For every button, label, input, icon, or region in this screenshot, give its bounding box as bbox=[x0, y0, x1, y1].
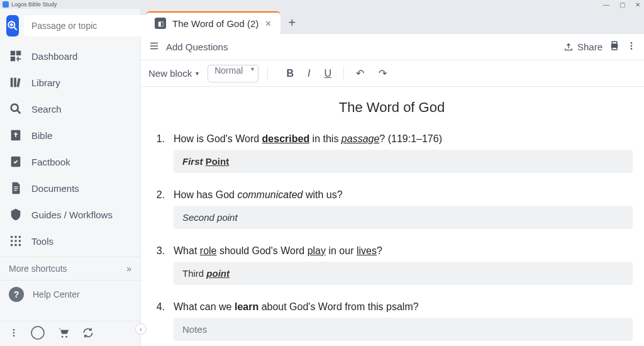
svg-rect-27 bbox=[612, 47, 617, 50]
help-icon: ? bbox=[9, 287, 24, 302]
chevrons-right-icon: » bbox=[126, 264, 131, 274]
style-select[interactable]: Normal bbox=[208, 65, 258, 82]
chevron-down-icon: ▾ bbox=[196, 70, 199, 77]
nav-label: Tools bbox=[31, 236, 53, 247]
italic-button[interactable]: I bbox=[302, 68, 316, 79]
question-text[interactable]: What role should God's Word play in our … bbox=[174, 245, 382, 257]
svg-rect-4 bbox=[11, 78, 13, 87]
sidebar-item-dashboard[interactable]: Dashboard bbox=[0, 43, 140, 69]
sidebar-item-search[interactable]: Search bbox=[0, 96, 140, 122]
sidebar-item-bible[interactable]: Bible bbox=[0, 122, 140, 148]
svg-point-17 bbox=[14, 244, 17, 247]
svg-point-18 bbox=[19, 244, 21, 247]
help-center[interactable]: ? Help Center bbox=[0, 280, 140, 308]
more-shortcuts[interactable]: More shortcuts » bbox=[0, 257, 140, 280]
svg-point-11 bbox=[14, 236, 17, 238]
svg-point-21 bbox=[13, 335, 15, 337]
question-row: 1. How is God's Word described in this p… bbox=[151, 133, 633, 145]
svg-rect-2 bbox=[16, 51, 21, 55]
question-number: 1. bbox=[151, 133, 165, 145]
new-block-select[interactable]: New block ▾ bbox=[148, 68, 199, 79]
svg-point-7 bbox=[11, 104, 18, 111]
nav-label: Documents bbox=[31, 183, 79, 194]
svg-rect-26 bbox=[612, 42, 617, 44]
document-title: The Word of God bbox=[151, 99, 633, 116]
account-icon[interactable] bbox=[30, 325, 45, 343]
svg-point-23 bbox=[62, 336, 64, 338]
question-text[interactable]: What can we learn about God's Word from … bbox=[174, 301, 419, 313]
documents-icon bbox=[9, 181, 23, 195]
answer-box[interactable]: Second point bbox=[174, 206, 633, 229]
sidebar-item-factbook[interactable]: Factbook bbox=[0, 148, 140, 175]
panel-menu-button[interactable] bbox=[626, 41, 636, 53]
undo-button[interactable]: ↶ bbox=[353, 67, 367, 79]
main: ◧ The Word of God (2) ✕ + Add Questions … bbox=[141, 9, 644, 346]
nav: Dashboard Library Search Bible Factbook … bbox=[0, 40, 140, 257]
tab-active[interactable]: ◧ The Word of God (2) ✕ bbox=[146, 11, 280, 34]
library-icon bbox=[9, 75, 23, 89]
sidebar-item-documents[interactable]: Documents bbox=[0, 175, 140, 201]
svg-rect-5 bbox=[14, 78, 16, 87]
close-window-button[interactable]: ✕ bbox=[635, 1, 640, 8]
nav-label: Search bbox=[31, 104, 62, 114]
question-text[interactable]: How has God communicated with us? bbox=[174, 189, 343, 201]
tools-icon bbox=[9, 234, 23, 248]
tab-close-button[interactable]: ✕ bbox=[265, 19, 272, 28]
format-toolbar: New block ▾ Normal B I U ↶ ↷ bbox=[141, 60, 644, 87]
share-label: Share bbox=[577, 42, 602, 52]
svg-point-28 bbox=[631, 42, 633, 44]
print-button[interactable] bbox=[609, 40, 620, 54]
minimize-button[interactable]: — bbox=[603, 1, 609, 8]
logo-button[interactable] bbox=[6, 15, 19, 36]
redo-button[interactable]: ↷ bbox=[375, 67, 389, 79]
tab-label: The Word of God (2) bbox=[172, 18, 258, 29]
collapse-sidebar-button[interactable]: ‹ bbox=[135, 323, 147, 335]
question-number: 3. bbox=[151, 245, 165, 257]
document-body[interactable]: The Word of God 1. How is God's Word des… bbox=[141, 87, 644, 346]
svg-point-24 bbox=[65, 336, 67, 338]
svg-point-22 bbox=[31, 326, 44, 339]
nav-label: Guides / Workflows bbox=[31, 209, 113, 220]
svg-point-12 bbox=[19, 236, 21, 238]
svg-point-14 bbox=[14, 240, 17, 242]
maximize-button[interactable]: ▢ bbox=[619, 1, 625, 8]
new-tab-button[interactable]: + bbox=[280, 11, 303, 34]
add-questions-label: Add Questions bbox=[166, 42, 228, 52]
add-questions-button[interactable]: Add Questions bbox=[166, 42, 228, 52]
dashboard-icon bbox=[9, 49, 23, 63]
nav-label: Dashboard bbox=[31, 51, 77, 62]
svg-point-13 bbox=[11, 240, 13, 242]
underline-button[interactable]: U bbox=[321, 68, 335, 79]
search-input[interactable] bbox=[24, 15, 149, 36]
svg-point-15 bbox=[19, 240, 21, 242]
sidebar-item-guides[interactable]: Guides / Workflows bbox=[0, 201, 140, 228]
answer-box[interactable]: Notes bbox=[174, 318, 633, 341]
svg-rect-3 bbox=[11, 57, 15, 61]
question-text[interactable]: How is God's Word described in this pass… bbox=[174, 133, 442, 145]
go-icon bbox=[6, 20, 19, 32]
question-number: 4. bbox=[151, 301, 165, 313]
window-controls: — ▢ ✕ bbox=[603, 1, 640, 8]
sidebar-item-tools[interactable]: Tools bbox=[0, 228, 140, 254]
panel-toolbar: Add Questions Share bbox=[141, 34, 644, 60]
titlebar: Logos Bible Study — ▢ ✕ bbox=[0, 0, 644, 9]
svg-point-19 bbox=[13, 329, 15, 331]
answer-box[interactable]: First Point bbox=[174, 150, 633, 173]
hamburger-icon[interactable] bbox=[148, 40, 160, 54]
divider bbox=[267, 67, 268, 81]
bold-button[interactable]: B bbox=[283, 68, 297, 79]
sidebar-item-library[interactable]: Library bbox=[0, 69, 140, 96]
svg-point-29 bbox=[631, 45, 633, 47]
app-name: Logos Bible Study bbox=[11, 1, 57, 8]
question-row: 4. What can we learn about God's Word fr… bbox=[151, 301, 633, 313]
svg-point-16 bbox=[11, 244, 13, 247]
answer-box[interactable]: Third point bbox=[174, 262, 633, 285]
help-label: Help Center bbox=[33, 289, 80, 299]
more-label: More shortcuts bbox=[9, 264, 67, 274]
sync-icon[interactable] bbox=[82, 326, 94, 342]
more-menu-icon[interactable] bbox=[9, 328, 19, 340]
cart-icon[interactable] bbox=[57, 326, 70, 342]
style-label: Normal bbox=[214, 65, 243, 75]
new-block-label: New block bbox=[148, 68, 192, 79]
share-button[interactable]: Share bbox=[564, 42, 602, 52]
